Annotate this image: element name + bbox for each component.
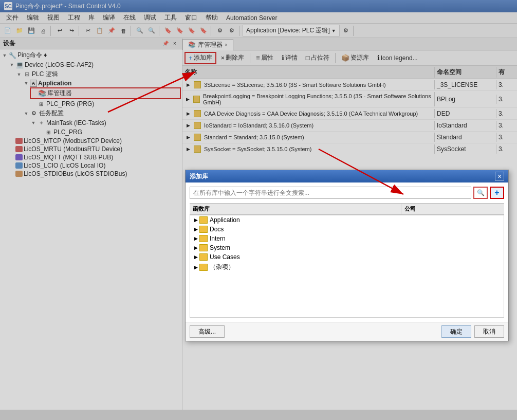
dialog-tree-application[interactable]: ▶ Application — [190, 215, 504, 225]
label-application-dialog: Application — [210, 216, 240, 224]
icon-misc-dialog — [199, 264, 208, 271]
dialog-title-bar: 添加库 × — [186, 170, 508, 182]
dialog-title-text: 添加库 — [190, 172, 208, 181]
icon-application-dialog — [199, 216, 208, 224]
icon-intern-dialog — [199, 235, 208, 242]
dialog-tree-intern[interactable]: ▶ Intern — [190, 234, 504, 243]
label-docs-dialog: Docs — [210, 226, 224, 233]
dialog-search-row: 🔍 + — [190, 187, 504, 199]
dialog-search-btn1[interactable]: 🔍 — [473, 187, 488, 199]
dialog-footer: 高级... 确定 取消 — [186, 322, 508, 341]
dialog-library-tree: ▶ Application ▶ Docs ▶ Intern ▶ System — [190, 215, 504, 318]
add-library-dialog: 添加库 × 🔍 + 函数库 公司 ▶ Application — [185, 170, 509, 341]
toggle-system-dialog[interactable]: ▶ — [192, 245, 199, 250]
dialog-tree-usecases[interactable]: ▶ Use Cases — [190, 252, 504, 262]
col-company-header: 公司 — [401, 204, 504, 214]
icon-system-dialog — [199, 244, 208, 251]
label-system-dialog: System — [210, 244, 230, 251]
dialog-tree-system[interactable]: ▶ System — [190, 243, 504, 252]
toggle-misc-dialog[interactable]: ▶ — [192, 265, 199, 270]
dialog-tree-misc[interactable]: ▶ （杂项） — [190, 262, 504, 272]
icon-usecases-dialog — [199, 253, 208, 261]
toggle-docs-dialog[interactable]: ▶ — [192, 227, 199, 232]
toggle-application-dialog[interactable]: ▶ — [192, 217, 199, 223]
dialog-search-btn2[interactable]: + — [490, 187, 504, 199]
label-intern-dialog: Intern — [210, 235, 226, 242]
search-icon: 🔍 — [477, 189, 485, 196]
icon-docs-dialog — [199, 226, 208, 233]
dialog-close-button[interactable]: × — [495, 172, 504, 181]
label-misc-dialog: （杂项） — [210, 263, 234, 271]
dialog-footer-right: 确定 取消 — [441, 325, 504, 338]
dialog-body: 🔍 + 函数库 公司 ▶ Application ▶ Docs — [186, 182, 508, 322]
dialog-tree-docs[interactable]: ▶ Docs — [190, 225, 504, 234]
add-icon: + — [494, 188, 499, 197]
dialog-search-input[interactable] — [190, 187, 471, 199]
cancel-button[interactable]: 取消 — [474, 325, 504, 338]
label-usecases-dialog: Use Cases — [210, 253, 240, 261]
dialog-table-header: 函数库 公司 — [190, 203, 504, 215]
dialog-footer-left: 高级... — [190, 325, 225, 338]
toggle-intern-dialog[interactable]: ▶ — [192, 236, 199, 241]
confirm-button[interactable]: 确定 — [441, 325, 471, 338]
col-lib-header: 函数库 — [190, 204, 401, 214]
toggle-usecases-dialog[interactable]: ▶ — [192, 254, 199, 260]
advanced-button[interactable]: 高级... — [190, 325, 225, 338]
